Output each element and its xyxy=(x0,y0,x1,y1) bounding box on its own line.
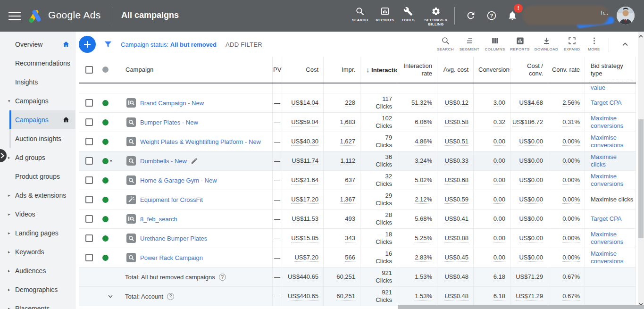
column-header-bid_strategy[interactable]: Bid strategy type xyxy=(585,57,636,83)
column-header-conversions[interactable]: Conversions xyxy=(473,57,510,83)
column-header-conv_rate[interactable]: Conv. rate xyxy=(548,57,585,83)
sidebar-item-campaigns[interactable]: Campaigns xyxy=(0,110,75,129)
caret-collapsed-icon[interactable]: ▸ xyxy=(8,186,14,205)
row-checkbox[interactable] xyxy=(85,138,93,145)
toolbar-more-button[interactable]: MORE xyxy=(581,36,607,55)
caret-collapsed-icon[interactable]: ▸ xyxy=(8,224,14,242)
bid-strategy-link[interactable]: value xyxy=(585,84,605,91)
campaign-name-link[interactable]: Brand Campaign - New xyxy=(140,100,204,107)
status-enabled-dot[interactable] xyxy=(102,100,109,106)
caret-collapsed-icon[interactable]: ▸ xyxy=(8,261,14,280)
sidebar-item-campaigns[interactable]: ▾Campaigns xyxy=(0,92,75,110)
toolbar-segment-button[interactable]: SEGMENT xyxy=(457,36,482,55)
caret-collapsed-icon[interactable]: ▸ xyxy=(8,148,14,167)
column-header-cost_per_conv[interactable]: Cost / conv. xyxy=(510,57,548,83)
expand-account-chevron-icon[interactable] xyxy=(108,293,113,299)
sidebar-item-landing-pages[interactable]: ▸Landing pages xyxy=(0,224,75,242)
row-checkbox[interactable] xyxy=(85,157,93,165)
sidebar-item-ads-extensions[interactable]: ▸Ads & extensions xyxy=(0,186,75,205)
toolbar-search-button[interactable]: SEARCH xyxy=(433,36,458,55)
avatar[interactable] xyxy=(617,7,635,25)
status-caret-icon[interactable]: ▾ xyxy=(110,159,112,163)
topbar-tools-button[interactable]: TOOLS xyxy=(397,7,419,27)
sidebar-item-keywords[interactable]: ▸Keywords xyxy=(0,242,75,261)
bid-strategy-link[interactable]: Maximise conversions xyxy=(591,115,636,130)
caret-collapsed-icon[interactable]: ▸ xyxy=(8,205,14,224)
topbar-settings-billing-button[interactable]: SETTINGS & BILLING xyxy=(422,7,450,27)
sidebar-item-insights[interactable]: Insights xyxy=(0,73,75,92)
caret-expanded-icon[interactable]: ▾ xyxy=(8,92,14,110)
campaign-status-filter[interactable]: Campaign status: All but removed xyxy=(121,41,217,48)
collapse-chevron-icon[interactable] xyxy=(620,40,630,49)
filter-funnel-icon[interactable] xyxy=(104,40,112,49)
row-checkbox[interactable] xyxy=(85,176,93,184)
campaign-name-link[interactable]: Bumper Plates - New xyxy=(140,119,198,126)
edit-pencil-icon[interactable] xyxy=(191,157,198,165)
status-enabled-dot[interactable] xyxy=(102,235,109,242)
help-icon[interactable]: ? xyxy=(486,10,498,22)
sidebar-item-audiences[interactable]: ▸Audiences xyxy=(0,261,75,280)
caret-collapsed-icon[interactable]: ▸ xyxy=(8,242,14,261)
select-all-checkbox[interactable] xyxy=(85,66,93,74)
sidebar-item-auction-insights[interactable]: Auction insights xyxy=(0,129,75,148)
bid-strategy-link[interactable]: Target CPA xyxy=(591,99,622,107)
bid-strategy-link[interactable]: Maximise conversions xyxy=(591,173,636,188)
status-enabled-dot[interactable] xyxy=(102,158,109,164)
sidebar-item-recommendations[interactable]: Recommendations xyxy=(0,54,75,73)
topbar-reports-button[interactable]: REPORTS xyxy=(374,7,396,27)
toolbar-download-button[interactable]: DOWNLOAD xyxy=(534,36,559,55)
column-header-interactions[interactable]: ↓ Interactions xyxy=(360,57,397,83)
row-checkbox[interactable] xyxy=(85,99,93,107)
bid-strategy-link[interactable]: Maximise conversions xyxy=(591,250,636,265)
campaign-name-link[interactable]: Power Rack Campaign xyxy=(140,254,203,261)
vertical-scroll-thumb[interactable] xyxy=(638,119,644,238)
row-checkbox[interactable] xyxy=(85,234,93,242)
add-filter-button[interactable]: ADD FILTER xyxy=(226,41,262,48)
sidebar-item-videos[interactable]: ▸Videos xyxy=(0,205,75,224)
bid-strategy-link[interactable]: Target CPA xyxy=(591,215,622,223)
scroll-up-arrow[interactable] xyxy=(638,33,644,40)
column-header-avg_cost[interactable]: Avg. cost xyxy=(437,57,473,83)
status-enabled-dot[interactable] xyxy=(102,197,109,203)
refresh-icon[interactable] xyxy=(466,10,477,22)
help-circle-icon[interactable]: ? xyxy=(167,293,174,300)
bid-strategy-link[interactable]: Maximise conversions xyxy=(591,134,636,149)
column-header-cost[interactable]: Cost xyxy=(282,57,323,83)
campaign-name-link[interactable]: Dumbbells - New xyxy=(140,158,187,165)
toolbar-expand-button[interactable]: EXPAND xyxy=(559,36,585,55)
status-enabled-dot[interactable] xyxy=(102,119,109,125)
sidebar-item-product-groups[interactable]: Product groups xyxy=(0,167,75,186)
caret-collapsed-icon[interactable]: ▸ xyxy=(8,280,14,299)
bid-strategy-link[interactable]: Maximise clicks xyxy=(591,153,625,168)
campaign-name-link[interactable]: Weight Plates & Weightlifting Platform -… xyxy=(140,138,261,145)
help-circle-icon[interactable]: ? xyxy=(219,274,226,281)
column-header-interaction_rate[interactable]: Interaction rate xyxy=(397,57,437,83)
topbar-search-button[interactable]: SEARCH xyxy=(350,7,370,27)
sidebar-item-demographics[interactable]: ▸Demographics xyxy=(0,280,75,299)
row-checkbox[interactable] xyxy=(85,215,93,223)
bid-strategy-link[interactable]: Maximise conversions xyxy=(591,231,636,246)
sidebar-item-ad-groups[interactable]: ▸Ad groups xyxy=(0,148,75,167)
caret-collapsed-icon[interactable]: ▸ xyxy=(8,299,14,309)
vertical-scrollbar[interactable] xyxy=(638,32,644,309)
status-enabled-dot[interactable] xyxy=(102,177,109,184)
status-enabled-dot[interactable] xyxy=(102,216,109,222)
menu-icon[interactable] xyxy=(8,12,21,20)
campaign-name-link[interactable]: Urethane Bumper Plates xyxy=(140,235,207,242)
sidebar-item-overview[interactable]: Overview xyxy=(0,35,75,54)
status-enabled-dot[interactable] xyxy=(102,255,109,261)
row-checkbox[interactable] xyxy=(85,254,93,261)
horizontal-scroll-thumb[interactable] xyxy=(398,305,644,309)
campaign-name-link[interactable]: Equipment for CrossFit xyxy=(140,196,203,203)
toolbar-reports-button[interactable]: REPORTS xyxy=(507,36,533,55)
campaign-name-link[interactable]: 8_feb_search xyxy=(140,216,177,223)
row-checkbox[interactable] xyxy=(85,118,93,126)
sidebar-item-placements[interactable]: ▸Placements xyxy=(0,299,75,309)
column-header-impr[interactable]: Impr. xyxy=(323,57,360,83)
column-header-pv[interactable]: PV xyxy=(272,57,282,83)
toolbar-columns-button[interactable]: COLUMNS xyxy=(482,36,508,55)
campaign-name-link[interactable]: Home & Garage Gym - New xyxy=(140,177,217,184)
row-checkbox[interactable] xyxy=(85,196,93,203)
status-enabled-dot[interactable] xyxy=(102,139,109,145)
column-header-campaign[interactable]: Campaign xyxy=(118,57,272,83)
